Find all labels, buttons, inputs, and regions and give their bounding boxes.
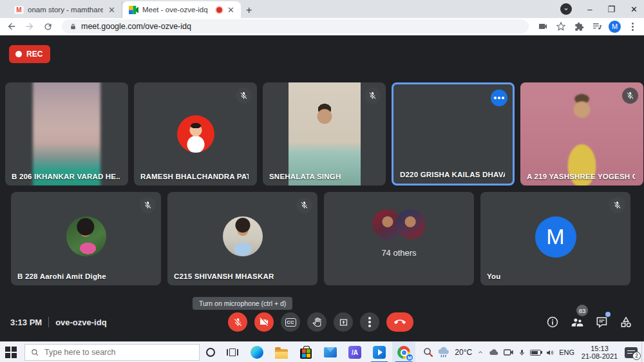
participant-name: RAMESH BHALCHANDRA PATIL	[140, 173, 249, 180]
mic-muted-icon	[365, 88, 381, 104]
self-avatar: M	[535, 216, 576, 258]
notification-center-icon[interactable]: 2	[625, 347, 638, 358]
forward-button[interactable]	[23, 20, 36, 33]
camera-toggle-button[interactable]	[254, 312, 274, 332]
participant-name: A 219 YASHSHREE YOGESH C...	[527, 173, 635, 180]
microsoft-store-icon[interactable]	[299, 345, 313, 359]
profile-chevron-icon[interactable]	[560, 3, 572, 15]
chat-notification-dot	[605, 312, 611, 317]
language-indicator[interactable]: ENG	[559, 348, 574, 356]
participant-tile[interactable]: A 219 YASHSHREE YOGESH C...	[520, 82, 643, 186]
avatar	[396, 209, 426, 239]
taskbar-search[interactable]	[24, 344, 200, 361]
tray-expand-chevron-icon[interactable]	[477, 349, 484, 356]
microphone-toggle-button[interactable]	[228, 312, 247, 332]
participant-video	[289, 82, 361, 186]
participant-tile[interactable]: B 206 IKHANKAR VARAD HE...	[5, 82, 128, 186]
mic-muted-icon	[609, 197, 625, 213]
mail-icon[interactable]	[323, 345, 337, 359]
new-tab-button[interactable]: +	[246, 5, 252, 15]
search-input[interactable]	[44, 348, 193, 357]
meet-now-icon[interactable]	[504, 348, 514, 356]
address-bar[interactable]: meet.google.com/ove-ozve-idq	[62, 19, 529, 33]
participant-name: SNEHALATA SINGH	[269, 173, 341, 180]
raise-hand-button[interactable]	[307, 312, 327, 332]
others-tile[interactable]: 74 others	[324, 192, 474, 285]
meeting-side-controls: 83	[545, 312, 634, 332]
recording-dot-icon	[15, 51, 22, 57]
clock-date: 21-08-2021	[579, 352, 620, 361]
participant-name: D220 GRISHA KAILAS DHAVAT...	[400, 171, 505, 178]
tab-gmail[interactable]: M onam story - mamthareddy@me ✕	[8, 1, 122, 18]
task-view-icon[interactable]	[227, 347, 238, 357]
magnifier-app-icon[interactable]	[421, 345, 435, 359]
media-controls-icon[interactable]	[591, 20, 603, 33]
participant-tile-selected[interactable]: D220 GRISHA KAILAS DHAVAT...	[392, 82, 515, 186]
browser-menu-icon[interactable]	[626, 20, 639, 33]
avatar-box	[167, 192, 317, 285]
movies-tv-icon[interactable]	[372, 345, 386, 359]
present-screen-button[interactable]	[334, 312, 353, 332]
weather-icon[interactable]	[437, 347, 450, 358]
taskbar-clock[interactable]: 15:13 21-08-2021	[579, 345, 620, 361]
more-options-button[interactable]	[360, 312, 379, 332]
taskbar-apps: /A M	[250, 342, 435, 362]
search-icon	[31, 348, 39, 357]
captions-button[interactable]: CC	[281, 312, 300, 332]
reload-button[interactable]	[41, 20, 54, 33]
chrome-icon[interactable]: M	[397, 345, 411, 359]
participant-tile[interactable]: C215 SHIVANSH MHASKAR	[167, 192, 317, 285]
edge-icon[interactable]	[250, 345, 264, 359]
self-tile[interactable]: M You	[480, 192, 630, 285]
avatar	[177, 115, 214, 153]
browser-profile-avatar[interactable]: M	[609, 21, 621, 33]
extensions-puzzle-icon[interactable]	[573, 20, 585, 33]
more-options-icon	[368, 317, 371, 327]
close-tab-icon[interactable]: ✕	[226, 6, 236, 14]
participant-count-badge: 83	[576, 305, 588, 316]
bookmark-star-icon[interactable]	[554, 20, 567, 33]
mic-tooltip: Turn on microphone (ctrl + d)	[193, 297, 292, 310]
participant-tile[interactable]: SNEHALATA SINGH	[263, 82, 386, 186]
minimize-button[interactable]: –	[587, 5, 592, 14]
participant-name: B 206 IKHANKAR VARAD HE...	[12, 173, 120, 180]
chat-button[interactable]	[594, 312, 609, 332]
clock-time: 15:13	[579, 345, 620, 353]
microphone-tray-icon[interactable]	[518, 348, 526, 357]
close-tab-icon[interactable]: ✕	[107, 6, 117, 14]
file-explorer-icon[interactable]	[274, 345, 289, 359]
battery-icon[interactable]	[530, 350, 541, 356]
start-button-icon[interactable]	[5, 347, 17, 358]
maximize-button[interactable]: ❐	[607, 5, 615, 14]
close-window-button[interactable]: ✕	[630, 5, 638, 14]
meeting-details-button[interactable]	[545, 312, 560, 332]
temperature-label[interactable]: 20°C	[455, 348, 472, 357]
teams-app-icon[interactable]: /A	[348, 345, 362, 359]
participants-button[interactable]: 83	[569, 312, 585, 332]
tab-title: Meet - ove-ozve-idq	[142, 6, 213, 14]
participant-video	[33, 82, 100, 186]
others-avatars	[372, 209, 426, 239]
activities-button[interactable]	[618, 312, 634, 332]
onedrive-cloud-icon[interactable]	[489, 348, 499, 356]
windows-taskbar: /A M 20°C	[0, 341, 644, 362]
cc-icon: CC	[285, 318, 296, 327]
tab-recording-indicator-icon	[216, 7, 222, 13]
end-call-button[interactable]	[386, 312, 413, 332]
participant-tile[interactable]: RAMESH BHALCHANDRA PATIL	[134, 82, 257, 186]
participant-tile[interactable]: B 228 Aarohi Amit Dighe	[11, 192, 161, 285]
media-camera-icon[interactable]	[536, 20, 549, 33]
back-button[interactable]	[5, 20, 18, 33]
meet-favicon-icon	[129, 6, 138, 14]
volume-icon[interactable]	[545, 348, 554, 357]
tile-options-menu-icon[interactable]	[491, 90, 507, 106]
browser-tab-strip: M onam story - mamthareddy@me ✕ Meet - o…	[0, 0, 644, 18]
avatar	[66, 216, 106, 256]
show-desktop-strip[interactable]	[641, 342, 644, 362]
window-controls: – ❐ ✕	[560, 0, 638, 18]
divider	[48, 317, 49, 327]
participant-name: C215 SHIVANSH MHASKAR	[174, 272, 274, 280]
tab-meet[interactable]: Meet - ove-ozve-idq ✕	[122, 1, 241, 18]
cortana-icon[interactable]	[206, 348, 215, 357]
browser-toolbar: meet.google.com/ove-ozve-idq M	[0, 18, 644, 35]
